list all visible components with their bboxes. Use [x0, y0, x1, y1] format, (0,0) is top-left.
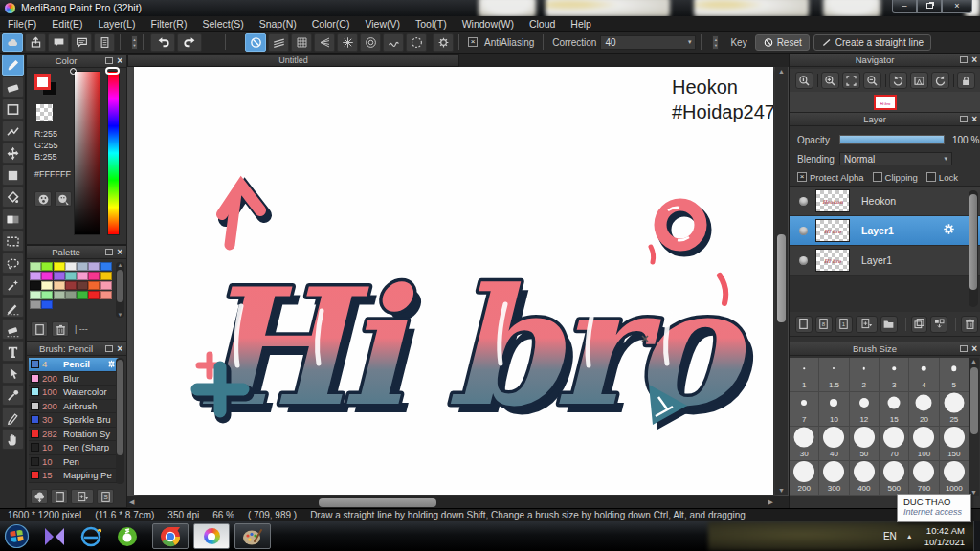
seleraser-tool[interactable] — [2, 319, 24, 340]
brush-size-200[interactable]: 200 — [790, 461, 819, 496]
toolbar-divider-handle[interactable]: ▲▼ — [131, 35, 138, 50]
control-tool[interactable] — [2, 121, 24, 142]
brush-size-300[interactable]: 300 — [819, 461, 849, 496]
brush-item-mapping-pe[interactable]: 15Mapping Pe — [29, 469, 119, 483]
lock-checkbox[interactable]: Lock — [926, 172, 958, 183]
brush-size-1.5[interactable]: 1.5 — [819, 358, 849, 392]
start-button[interactable] — [4, 523, 30, 549]
canvas-horizontal-scrollbar[interactable]: ◀ ▶ — [127, 496, 789, 508]
wand-tool[interactable] — [2, 275, 24, 296]
blending-dropdown[interactable]: Normal ▾ — [839, 152, 952, 165]
palette-swatch[interactable] — [54, 272, 65, 280]
menu-layer[interactable]: Layer(L) — [90, 16, 143, 32]
lock-view-button[interactable] — [957, 72, 975, 89]
horizontal-scroll-thumb[interactable] — [319, 498, 436, 507]
document-button[interactable] — [94, 33, 115, 52]
reset-button[interactable]: Reset — [755, 34, 810, 51]
palette-swatch[interactable] — [77, 262, 88, 271]
create-straight-line-button[interactable]: Create a straight line — [813, 34, 931, 51]
add-8bit-layer-button[interactable]: 8 — [815, 316, 833, 333]
close-icon[interactable]: × — [971, 115, 977, 124]
protect-alpha-checkbox[interactable]: ×Protect Alpha — [797, 172, 864, 183]
fit-screen-button[interactable] — [842, 72, 860, 89]
brush-size-3[interactable]: 3 — [880, 358, 909, 392]
saturation-value-box[interactable] — [74, 71, 100, 235]
layer-list-scrollbar[interactable] — [969, 190, 978, 307]
palette-swatch[interactable] — [30, 272, 41, 280]
taskbar-coccoc[interactable] — [116, 525, 139, 548]
popout-icon[interactable] — [105, 249, 113, 255]
brush-size-4[interactable]: 4 — [909, 358, 939, 392]
menu-help[interactable]: Help — [563, 16, 599, 32]
brush-size-2[interactable]: 2 — [850, 358, 880, 392]
taskbar-paint-tool[interactable] — [234, 523, 271, 549]
figure-tool[interactable] — [2, 99, 24, 120]
cloud-button[interactable] — [2, 33, 23, 52]
brush-item-rotation-sy[interactable]: 282Rotation Sy — [29, 428, 119, 442]
navigator-thumbnail[interactable]: Hi bro — [874, 95, 897, 110]
brush-size-400[interactable]: 400 — [850, 461, 880, 496]
palette-swatch[interactable] — [100, 281, 112, 290]
snap-radial-button[interactable] — [337, 33, 358, 52]
brush-size-150[interactable]: 150 — [940, 427, 969, 461]
divide-tool[interactable] — [2, 407, 24, 428]
restore-button[interactable] — [917, 0, 942, 13]
zoom-out-button[interactable] — [863, 72, 881, 89]
brush-size-40[interactable]: 40 — [819, 427, 849, 461]
opacity-slider[interactable] — [839, 135, 945, 144]
scroll-down-icon[interactable]: ▼ — [775, 487, 788, 494]
close-icon[interactable]: × — [971, 344, 977, 354]
menu-edit[interactable]: Edit(E) — [44, 16, 90, 32]
palette-swatch[interactable] — [30, 281, 41, 290]
tray-expand-icon[interactable]: ▲ — [906, 533, 913, 540]
minimize-button[interactable]: – — [892, 0, 917, 13]
palette-swatch[interactable] — [41, 281, 53, 290]
antialiasing-checkbox[interactable]: × — [468, 37, 478, 47]
brush-item-watercolor[interactable]: 100Watercolor — [29, 386, 119, 400]
brush-item-pencil[interactable]: 4Pencil — [29, 358, 119, 372]
layer-row-layer1[interactable]: Hi broLayer1 — [790, 246, 980, 276]
palette-swatch[interactable] — [54, 281, 65, 290]
hue-bar[interactable] — [107, 71, 120, 235]
menu-tool[interactable]: Tool(T) — [408, 16, 455, 32]
snap-ellipse-button[interactable] — [406, 33, 427, 52]
show-desktop-button[interactable] — [973, 521, 980, 551]
palette-swatch[interactable] — [100, 291, 112, 299]
taskbar-kmplayer[interactable] — [43, 526, 66, 547]
palette-swatch[interactable] — [88, 291, 100, 299]
palette-swatch[interactable] — [41, 300, 53, 309]
menu-filter[interactable]: Filter(R) — [144, 16, 195, 32]
palette-swatch[interactable] — [77, 291, 88, 299]
close-icon[interactable]: × — [971, 55, 977, 65]
lasso-tool[interactable] — [2, 253, 24, 274]
taskbar-internet-explorer[interactable] — [79, 525, 102, 548]
correction-dropdown[interactable]: 40 ▾ — [600, 35, 696, 50]
palette-swatch[interactable] — [30, 291, 41, 299]
palette-swatch[interactable] — [65, 291, 77, 299]
palette-swatch[interactable] — [100, 272, 112, 280]
brush-size-1[interactable]: 1 — [790, 358, 819, 392]
brush-size-500[interactable]: 500 — [880, 461, 909, 496]
brush-tool[interactable] — [2, 55, 24, 76]
brush-size-10[interactable]: 10 — [819, 392, 849, 427]
palette-swatch[interactable] — [77, 281, 88, 290]
palette-swatch[interactable] — [88, 281, 100, 290]
sv-cursor[interactable] — [70, 68, 77, 75]
layer-row-heokon[interactable]: HeokonHeokon — [790, 187, 980, 216]
menu-file[interactable]: File(F) — [0, 16, 44, 32]
palette-swatch[interactable] — [77, 272, 88, 280]
brush-item-pen-sharp[interactable]: 10Pen (Sharp — [29, 441, 119, 455]
brush-item-pen[interactable]: 10Pen — [29, 455, 119, 470]
add-brush-button[interactable] — [51, 489, 68, 504]
palette-swatch[interactable] — [54, 291, 65, 299]
brush-item-sparkle-bru[interactable]: 30Sparkle Bru — [29, 413, 119, 428]
close-button[interactable]: × — [942, 0, 972, 13]
palette-swatch[interactable] — [30, 262, 41, 271]
close-icon[interactable]: × — [117, 56, 122, 66]
layer-visibility-toggle[interactable] — [799, 256, 808, 265]
palette-swatch[interactable] — [54, 262, 65, 271]
palette-swatch[interactable] — [65, 272, 77, 280]
text-tool[interactable] — [2, 341, 24, 362]
palette-swatch[interactable] — [65, 262, 77, 271]
merge-layer-button[interactable] — [930, 316, 947, 333]
